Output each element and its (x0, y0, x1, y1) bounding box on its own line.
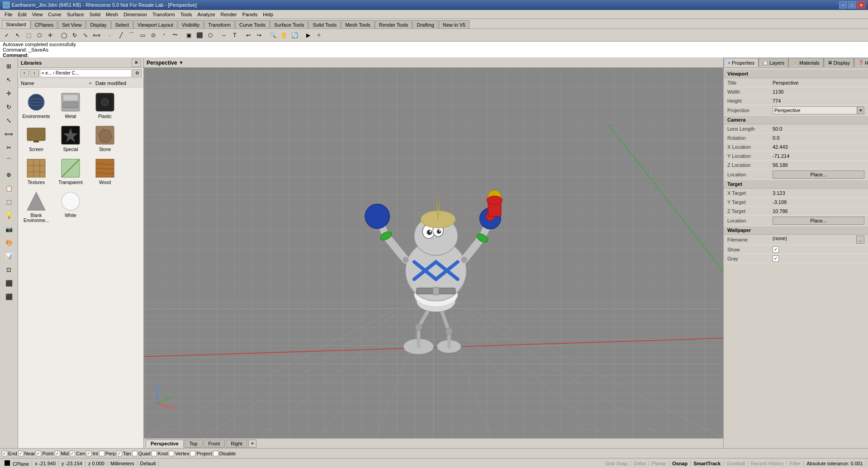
tab-curve-tools[interactable]: Curve Tools (235, 20, 270, 28)
sidebar-extra2[interactable]: ⬛ (3, 290, 15, 303)
tab-viewport-layout[interactable]: Viewport Layout (133, 20, 177, 28)
tab-new-v5[interactable]: New in V5 (439, 20, 470, 28)
viewport-dropdown-icon[interactable]: ▼ (179, 60, 183, 65)
prop-show-checkbox[interactable]: ✓ (773, 246, 779, 253)
lib-item-blank-environme[interactable]: Blank Environme... (20, 189, 52, 225)
menu-view[interactable]: View (29, 11, 46, 18)
sidebar-scale2[interactable]: ⤡ (3, 114, 15, 127)
tab-visibility[interactable]: Visibility (178, 20, 204, 28)
viewport-tab-front[interactable]: Front (204, 440, 225, 448)
lib-item-transparent[interactable]: Transparent (54, 156, 87, 187)
toolbar-line[interactable]: ╱ (116, 30, 126, 40)
menu-mesh[interactable]: Mesh (103, 11, 121, 18)
right-tab-help[interactable]: ❓ Help (854, 58, 868, 67)
sidebar-move2[interactable]: ✛ (3, 87, 15, 99)
right-tab-display[interactable]: 🖥 Display (824, 58, 854, 67)
menu-edit[interactable]: Edit (15, 11, 29, 18)
viewport-add-tab[interactable]: + (248, 440, 256, 448)
toolbar-extrude[interactable]: ⬛ (194, 30, 204, 40)
maximize-button[interactable]: □ (848, 1, 856, 9)
menu-transform[interactable]: Transform (150, 11, 178, 18)
menu-render[interactable]: Render (218, 11, 240, 18)
lib-item-metal[interactable]: Metal (54, 90, 87, 121)
toolbar-move[interactable]: ✛ (45, 30, 55, 40)
snap-near-check[interactable]: ✓ (18, 451, 24, 456)
wallpaper-browse-btn[interactable]: … (856, 236, 864, 244)
tab-drafting[interactable]: Drafting (413, 20, 438, 28)
prop-cam-location-btn[interactable]: Place... (773, 170, 864, 179)
tab-render-tools[interactable]: Render Tools (375, 20, 413, 28)
sidebar-properties[interactable]: ⊞ (3, 60, 15, 72)
toolbar-scale[interactable]: ⤡ (81, 30, 90, 40)
viewport-canvas[interactable]: Z X Y (144, 68, 723, 438)
sidebar-layer[interactable]: 📋 (3, 182, 15, 194)
col-toggle[interactable]: » (89, 81, 95, 85)
lib-item-textures[interactable]: Textures (20, 156, 52, 187)
viewport-tab-right[interactable]: Right (226, 440, 247, 448)
toolbar-circle2[interactable]: ⊙ (148, 30, 158, 40)
status-planar[interactable]: Planar (649, 461, 669, 466)
sidebar-rotate2[interactable]: ↻ (3, 100, 15, 113)
toolbar-dim[interactable]: ↔ (219, 30, 229, 40)
sidebar-lights[interactable]: 💡 (3, 209, 15, 222)
snap-end-check[interactable]: ✓ (2, 451, 7, 456)
snap-vertex-check[interactable] (169, 451, 174, 456)
tab-display[interactable]: Display (86, 20, 110, 28)
sidebar-trim[interactable]: ✂ (3, 141, 15, 154)
status-filter[interactable]: Filter (787, 461, 804, 466)
sidebar-boolean[interactable]: ⊕ (3, 168, 15, 181)
viewport-tab-perspective[interactable]: Perspective (146, 440, 184, 448)
lib-options[interactable]: ⚙ (133, 69, 142, 77)
menu-tools[interactable]: Tools (178, 11, 195, 18)
snap-knot-check[interactable] (152, 451, 157, 456)
toolbar-redo[interactable]: ↪ (254, 30, 264, 40)
status-gumball[interactable]: Gumball (724, 461, 748, 466)
tab-transform[interactable]: Transform (204, 20, 235, 28)
tab-mesh-tools[interactable]: Mesh Tools (341, 20, 374, 28)
toolbar-polyline[interactable]: ⌒ (127, 30, 137, 40)
lib-item-special[interactable]: Special (54, 123, 87, 154)
sidebar-mirror2[interactable]: ⟺ (3, 128, 15, 140)
menu-dimension[interactable]: Dimension (121, 11, 150, 18)
lib-item-environments[interactable]: Environments (20, 90, 52, 121)
snap-quad-check[interactable] (132, 451, 138, 456)
tab-select[interactable]: Select (111, 20, 133, 28)
sidebar-cplane[interactable]: ⊡ (3, 263, 15, 276)
toolbar-orbit[interactable]: 🔄 (289, 30, 299, 40)
status-osnap[interactable]: Osnap (669, 461, 691, 466)
prop-projection-select[interactable]: Perspective (773, 106, 857, 114)
toolbar-zoom[interactable]: 🔍 (268, 30, 278, 40)
status-ortho[interactable]: Ortho (631, 461, 650, 466)
lib-item-stone[interactable]: Stone (89, 123, 121, 154)
tab-standard[interactable]: Standard (2, 20, 30, 28)
snap-perp-check[interactable] (99, 451, 104, 456)
toolbar-undo[interactable]: ↩ (243, 30, 253, 40)
lib-close[interactable]: ✕ (132, 59, 141, 67)
status-smart-track[interactable]: SmartTrack (691, 461, 724, 466)
snap-point-check[interactable]: ✓ (36, 451, 41, 456)
sidebar-camera2[interactable]: 📷 (3, 222, 15, 235)
sidebar-texture[interactable]: 🎨 (3, 236, 15, 249)
sidebar-analysis[interactable]: 📊 (3, 250, 15, 262)
sidebar-select[interactable]: ↖ (3, 73, 15, 86)
menu-help[interactable]: Help (260, 11, 276, 18)
toolbar-window-select[interactable]: ⬚ (24, 30, 33, 40)
menu-solid[interactable]: Solid (87, 11, 103, 18)
menu-panels[interactable]: Panels (240, 11, 261, 18)
tab-surface-tools[interactable]: Surface Tools (270, 20, 308, 28)
status-grid-snap[interactable]: Grid Snap (602, 461, 631, 466)
lib-forward[interactable]: › (30, 69, 39, 77)
toolbar-surface[interactable]: ▣ (184, 30, 194, 40)
snap-disable-check[interactable] (213, 451, 218, 456)
toolbar-render[interactable]: ▶ (303, 30, 313, 40)
sidebar-extra1[interactable]: ⬛ (3, 277, 15, 289)
snap-cen-check[interactable]: ✓ (70, 451, 75, 456)
lib-item-plastic[interactable]: Plastic (89, 90, 121, 121)
snap-tan-check[interactable]: ✓ (117, 451, 122, 456)
toolbar-text[interactable]: T (230, 30, 240, 40)
menu-analyze[interactable]: Analyze (194, 11, 218, 18)
close-button[interactable]: ✕ (857, 1, 865, 9)
status-record-history[interactable]: Record History (748, 461, 787, 466)
right-tab-materials[interactable]: 🔸 Materials (788, 58, 824, 67)
toolbar-rotate[interactable]: ↻ (70, 30, 80, 40)
